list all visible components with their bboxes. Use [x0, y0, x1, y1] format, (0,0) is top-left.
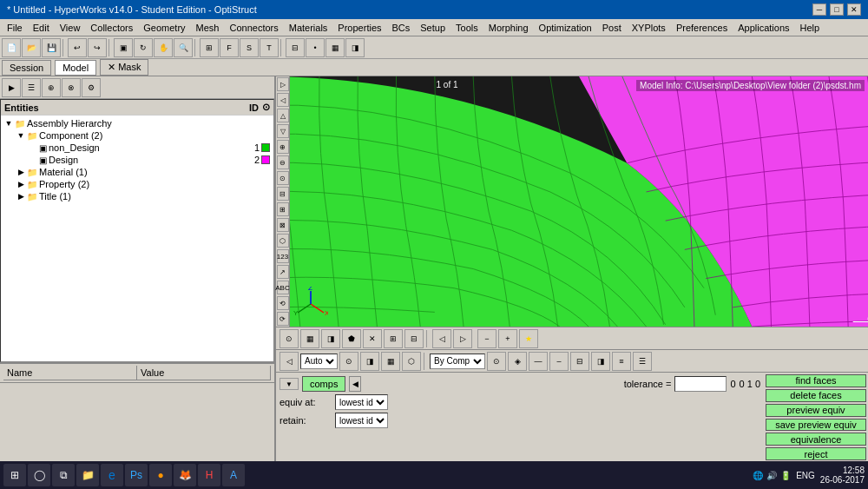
op-btn5[interactable]: ⊙ — [487, 352, 506, 371]
vt-btn11[interactable]: ⬡ — [277, 234, 289, 248]
tree-design[interactable]: ▣ Design 2 — [3, 154, 272, 166]
left-tb-btn1[interactable]: ▶ — [2, 78, 21, 97]
chrome-btn[interactable]: ● — [149, 464, 172, 486]
panel-expand[interactable]: ▼ — [279, 378, 299, 390]
left-tb-btn2[interactable]: ☰ — [22, 78, 41, 97]
menu-item-connectors[interactable]: Connectors — [224, 21, 283, 35]
element-button[interactable]: ▦ — [326, 38, 345, 57]
menu-item-morphing[interactable]: Morphing — [483, 21, 534, 35]
vt-icon3[interactable]: ◨ — [321, 329, 340, 348]
menu-item-view[interactable]: View — [55, 21, 86, 35]
find-faces-button[interactable]: find faces — [766, 374, 866, 387]
vt-btn16[interactable]: ⟳ — [277, 312, 289, 326]
model-tab[interactable]: Model — [55, 60, 96, 76]
menu-item-file[interactable]: File — [2, 21, 28, 35]
vt-btn7[interactable]: ⊙ — [277, 171, 289, 185]
op-btn10[interactable]: ◨ — [591, 352, 610, 371]
vt-btn4[interactable]: ▽ — [277, 124, 289, 138]
menu-item-geometry[interactable]: Geometry — [138, 21, 190, 35]
tree-component[interactable]: ▼ 📁 Component (2) — [3, 129, 272, 142]
reject-button[interactable]: reject — [766, 447, 866, 460]
front-view-button[interactable]: F — [220, 38, 239, 57]
vt-icon5[interactable]: ✕ — [363, 329, 382, 348]
op-btn2[interactable]: ◨ — [360, 352, 379, 371]
op-btn8[interactable]: – — [549, 352, 569, 371]
tree-material[interactable]: ▶ 📁 Material (1) — [3, 166, 272, 178]
op-btn9[interactable]: ⊟ — [570, 352, 589, 371]
vt-icon2[interactable]: ▦ — [300, 329, 319, 348]
firefox-btn[interactable]: 🦊 — [174, 464, 196, 486]
op-btn7[interactable]: — — [529, 352, 548, 371]
bycomp-select[interactable]: By Comp — [430, 354, 485, 369]
pan-button[interactable]: ✋ — [154, 38, 173, 57]
menu-item-edit[interactable]: Edit — [28, 21, 55, 35]
comps-arrow[interactable]: ◀ — [349, 376, 361, 392]
vt-btn8[interactable]: ⊟ — [277, 187, 289, 201]
zoom-minus[interactable]: − — [477, 329, 496, 348]
menu-item-collectors[interactable]: Collectors — [85, 21, 138, 35]
edge-btn[interactable]: e — [101, 464, 123, 486]
vt-btn12[interactable]: 123 — [277, 249, 289, 263]
vt-btn15[interactable]: ⟲ — [277, 296, 289, 310]
vt-btn9[interactable]: ⊞ — [277, 202, 289, 216]
top-view-button[interactable]: T — [260, 38, 279, 57]
hw-btn[interactable]: H — [198, 464, 220, 486]
menu-item-xyplots[interactable]: XYPlots — [627, 21, 671, 35]
auto-select[interactable]: Auto — [300, 354, 338, 369]
app-btn[interactable]: A — [222, 464, 245, 486]
save-preview-equiv-button[interactable]: save preview equiv — [766, 419, 866, 432]
ps-btn[interactable]: Ps — [125, 464, 148, 486]
3d-viewport[interactable]: 0.9 Model Info: C:\Users\np\Desktop\View… — [290, 76, 868, 327]
tree-title[interactable]: ▶ 📁 Title (1) — [3, 190, 272, 202]
new-button[interactable]: 📄 — [2, 38, 21, 57]
arrow-left-op[interactable]: ◁ — [279, 352, 299, 371]
vt-btn13[interactable]: ↗ — [277, 265, 289, 279]
op-btn11[interactable]: ≡ — [612, 352, 631, 371]
preview-equiv-button[interactable]: preview equiv — [766, 404, 866, 417]
equivalence-button[interactable]: equivalence — [766, 433, 866, 446]
op-btn12[interactable]: ☰ — [633, 352, 652, 371]
left-tb-btn5[interactable]: ⚙ — [82, 78, 101, 97]
tolerance-input[interactable] — [674, 376, 727, 392]
menu-item-bcs[interactable]: BCs — [387, 21, 416, 35]
mask-tab[interactable]: ✕ Mask — [100, 59, 148, 76]
rotate-button[interactable]: ↻ — [134, 38, 153, 57]
maximize-button[interactable]: □ — [830, 3, 844, 16]
zoom-plus[interactable]: + — [498, 329, 517, 348]
close-button[interactable]: ✕ — [847, 3, 861, 16]
op-btn3[interactable]: ▦ — [381, 352, 400, 371]
mesh-button[interactable]: ⊟ — [286, 38, 305, 57]
retain-select[interactable]: lowest id — [335, 413, 388, 428]
zoom-button[interactable]: 🔍 — [174, 38, 193, 57]
open-button[interactable]: 📂 — [22, 38, 41, 57]
op-btn1[interactable]: ⊙ — [339, 352, 358, 371]
menu-item-help[interactable]: Help — [795, 21, 825, 35]
menu-item-setup[interactable]: Setup — [415, 21, 450, 35]
menu-item-properties[interactable]: Properties — [332, 21, 386, 35]
minimize-button[interactable]: ─ — [812, 3, 826, 16]
vt-btn10[interactable]: ⊠ — [277, 218, 289, 232]
left-tb-btn3[interactable]: ⊕ — [42, 78, 61, 97]
file-explorer-btn[interactable]: 📁 — [76, 464, 99, 486]
vt-btn2[interactable]: ◁ — [277, 93, 289, 107]
menu-item-tools[interactable]: Tools — [450, 21, 483, 35]
session-tab[interactable]: Session — [2, 60, 51, 76]
menu-item-optimization[interactable]: Optimization — [534, 21, 597, 35]
op-btn4[interactable]: ⬡ — [402, 352, 421, 371]
side-view-button[interactable]: S — [240, 38, 259, 57]
delete-faces-button[interactable]: delete faces — [766, 389, 866, 402]
tree-non-design[interactable]: ▣ non_Design 1 — [3, 142, 272, 154]
fit-button[interactable]: ⊞ — [200, 38, 219, 57]
vt-icon6[interactable]: ⊞ — [384, 329, 403, 348]
menu-item-materials[interactable]: Materials — [284, 21, 333, 35]
redo-button[interactable]: ↪ — [88, 38, 107, 57]
comps-button[interactable]: comps — [302, 376, 345, 392]
star-btn[interactable]: ★ — [519, 329, 538, 348]
tree-property[interactable]: ▶ 📁 Property (2) — [3, 178, 272, 190]
save-button[interactable]: 💾 — [42, 38, 61, 57]
select-button[interactable]: ▣ — [114, 38, 133, 57]
task-view[interactable]: ⧉ — [52, 464, 75, 486]
left-tb-btn4[interactable]: ⊗ — [62, 78, 81, 97]
vt-icon1[interactable]: ⊙ — [279, 329, 299, 348]
vt-btn6[interactable]: ⊖ — [277, 155, 289, 169]
